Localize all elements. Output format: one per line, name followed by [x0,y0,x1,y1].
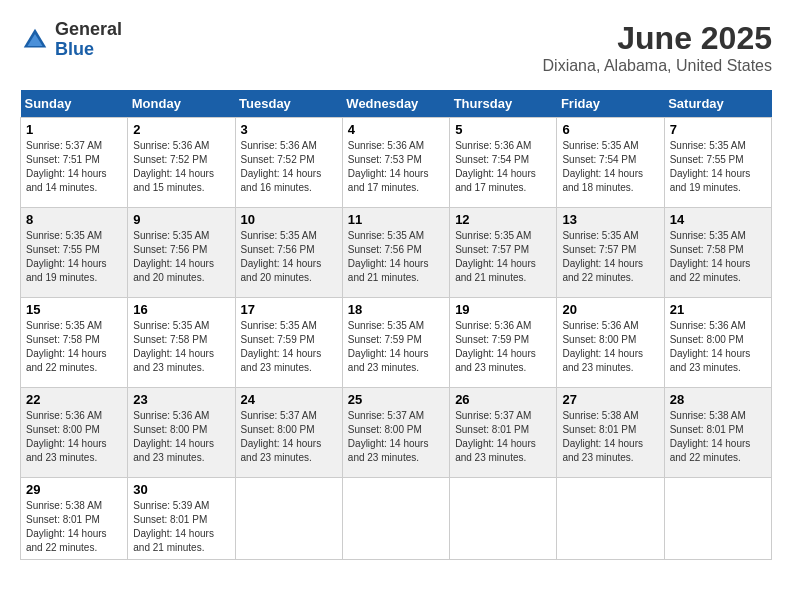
calendar-day-15: 15 Sunrise: 5:35 AM Sunset: 7:58 PM Dayl… [21,298,128,388]
calendar-day-18: 18 Sunrise: 5:35 AM Sunset: 7:59 PM Dayl… [342,298,449,388]
calendar-day-21: 21 Sunrise: 5:36 AM Sunset: 8:00 PM Dayl… [664,298,771,388]
day-info: Sunrise: 5:39 AM Sunset: 8:01 PM Dayligh… [133,500,214,553]
day-number: 14 [670,212,766,227]
calendar-day-2: 2 Sunrise: 5:36 AM Sunset: 7:52 PM Dayli… [128,118,235,208]
day-info: Sunrise: 5:35 AM Sunset: 7:55 PM Dayligh… [26,230,107,283]
day-number: 11 [348,212,444,227]
day-info: Sunrise: 5:35 AM Sunset: 7:59 PM Dayligh… [348,320,429,373]
header-friday: Friday [557,90,664,118]
day-info: Sunrise: 5:38 AM Sunset: 8:01 PM Dayligh… [670,410,751,463]
calendar-week-2: 8 Sunrise: 5:35 AM Sunset: 7:55 PM Dayli… [21,208,772,298]
day-number: 28 [670,392,766,407]
day-number: 20 [562,302,658,317]
calendar-day-25: 25 Sunrise: 5:37 AM Sunset: 8:00 PM Dayl… [342,388,449,478]
calendar-day-22: 22 Sunrise: 5:36 AM Sunset: 8:00 PM Dayl… [21,388,128,478]
calendar-day-7: 7 Sunrise: 5:35 AM Sunset: 7:55 PM Dayli… [664,118,771,208]
day-info: Sunrise: 5:35 AM Sunset: 7:56 PM Dayligh… [348,230,429,283]
calendar-day-8: 8 Sunrise: 5:35 AM Sunset: 7:55 PM Dayli… [21,208,128,298]
calendar-table: Sunday Monday Tuesday Wednesday Thursday… [20,90,772,560]
day-info: Sunrise: 5:36 AM Sunset: 8:00 PM Dayligh… [26,410,107,463]
day-info: Sunrise: 5:35 AM Sunset: 7:59 PM Dayligh… [241,320,322,373]
day-info: Sunrise: 5:37 AM Sunset: 8:01 PM Dayligh… [455,410,536,463]
day-info: Sunrise: 5:36 AM Sunset: 7:52 PM Dayligh… [241,140,322,193]
header-wednesday: Wednesday [342,90,449,118]
day-info: Sunrise: 5:36 AM Sunset: 7:54 PM Dayligh… [455,140,536,193]
calendar-day-9: 9 Sunrise: 5:35 AM Sunset: 7:56 PM Dayli… [128,208,235,298]
day-number: 7 [670,122,766,137]
day-number: 19 [455,302,551,317]
calendar-day-14: 14 Sunrise: 5:35 AM Sunset: 7:58 PM Dayl… [664,208,771,298]
calendar-day-19: 19 Sunrise: 5:36 AM Sunset: 7:59 PM Dayl… [450,298,557,388]
calendar-day-3: 3 Sunrise: 5:36 AM Sunset: 7:52 PM Dayli… [235,118,342,208]
day-number: 29 [26,482,122,497]
header-thursday: Thursday [450,90,557,118]
logo-icon [20,25,50,55]
day-number: 27 [562,392,658,407]
calendar-day-16: 16 Sunrise: 5:35 AM Sunset: 7:58 PM Dayl… [128,298,235,388]
day-number: 23 [133,392,229,407]
empty-cell [450,478,557,560]
day-number: 2 [133,122,229,137]
calendar-day-12: 12 Sunrise: 5:35 AM Sunset: 7:57 PM Dayl… [450,208,557,298]
day-info: Sunrise: 5:36 AM Sunset: 8:00 PM Dayligh… [670,320,751,373]
empty-cell [557,478,664,560]
logo: General Blue [20,20,122,60]
day-info: Sunrise: 5:37 AM Sunset: 7:51 PM Dayligh… [26,140,107,193]
calendar-day-26: 26 Sunrise: 5:37 AM Sunset: 8:01 PM Dayl… [450,388,557,478]
weekday-header-row: Sunday Monday Tuesday Wednesday Thursday… [21,90,772,118]
day-info: Sunrise: 5:35 AM Sunset: 7:58 PM Dayligh… [133,320,214,373]
calendar-day-23: 23 Sunrise: 5:36 AM Sunset: 8:00 PM Dayl… [128,388,235,478]
day-number: 25 [348,392,444,407]
day-info: Sunrise: 5:35 AM Sunset: 7:57 PM Dayligh… [455,230,536,283]
day-number: 15 [26,302,122,317]
empty-cell [342,478,449,560]
header-tuesday: Tuesday [235,90,342,118]
calendar-day-30: 30 Sunrise: 5:39 AM Sunset: 8:01 PM Dayl… [128,478,235,560]
logo-general: General [55,20,122,40]
calendar-day-29: 29 Sunrise: 5:38 AM Sunset: 8:01 PM Dayl… [21,478,128,560]
calendar-week-4: 22 Sunrise: 5:36 AM Sunset: 8:00 PM Dayl… [21,388,772,478]
day-info: Sunrise: 5:38 AM Sunset: 8:01 PM Dayligh… [26,500,107,553]
calendar-day-24: 24 Sunrise: 5:37 AM Sunset: 8:00 PM Dayl… [235,388,342,478]
calendar-day-6: 6 Sunrise: 5:35 AM Sunset: 7:54 PM Dayli… [557,118,664,208]
day-info: Sunrise: 5:37 AM Sunset: 8:00 PM Dayligh… [348,410,429,463]
day-info: Sunrise: 5:35 AM Sunset: 7:57 PM Dayligh… [562,230,643,283]
day-number: 22 [26,392,122,407]
calendar-day-5: 5 Sunrise: 5:36 AM Sunset: 7:54 PM Dayli… [450,118,557,208]
day-info: Sunrise: 5:36 AM Sunset: 7:52 PM Dayligh… [133,140,214,193]
day-number: 5 [455,122,551,137]
calendar-day-20: 20 Sunrise: 5:36 AM Sunset: 8:00 PM Dayl… [557,298,664,388]
logo-blue: Blue [55,40,122,60]
day-number: 8 [26,212,122,227]
day-number: 9 [133,212,229,227]
day-info: Sunrise: 5:35 AM Sunset: 7:58 PM Dayligh… [670,230,751,283]
empty-cell [664,478,771,560]
calendar-week-3: 15 Sunrise: 5:35 AM Sunset: 7:58 PM Dayl… [21,298,772,388]
month-title: June 2025 [543,20,772,57]
calendar-day-27: 27 Sunrise: 5:38 AM Sunset: 8:01 PM Dayl… [557,388,664,478]
day-info: Sunrise: 5:37 AM Sunset: 8:00 PM Dayligh… [241,410,322,463]
header-saturday: Saturday [664,90,771,118]
day-info: Sunrise: 5:35 AM Sunset: 7:56 PM Dayligh… [241,230,322,283]
day-info: Sunrise: 5:35 AM Sunset: 7:58 PM Dayligh… [26,320,107,373]
day-number: 21 [670,302,766,317]
calendar-day-11: 11 Sunrise: 5:35 AM Sunset: 7:56 PM Dayl… [342,208,449,298]
calendar-day-1: 1 Sunrise: 5:37 AM Sunset: 7:51 PM Dayli… [21,118,128,208]
day-number: 24 [241,392,337,407]
day-number: 12 [455,212,551,227]
header-sunday: Sunday [21,90,128,118]
calendar-day-4: 4 Sunrise: 5:36 AM Sunset: 7:53 PM Dayli… [342,118,449,208]
day-number: 17 [241,302,337,317]
day-info: Sunrise: 5:36 AM Sunset: 8:00 PM Dayligh… [133,410,214,463]
day-number: 18 [348,302,444,317]
day-info: Sunrise: 5:35 AM Sunset: 7:56 PM Dayligh… [133,230,214,283]
calendar-day-10: 10 Sunrise: 5:35 AM Sunset: 7:56 PM Dayl… [235,208,342,298]
title-section: June 2025 Dixiana, Alabama, United State… [543,20,772,75]
day-info: Sunrise: 5:36 AM Sunset: 7:59 PM Dayligh… [455,320,536,373]
day-number: 13 [562,212,658,227]
calendar-day-28: 28 Sunrise: 5:38 AM Sunset: 8:01 PM Dayl… [664,388,771,478]
logo-text: General Blue [55,20,122,60]
day-info: Sunrise: 5:35 AM Sunset: 7:55 PM Dayligh… [670,140,751,193]
header-monday: Monday [128,90,235,118]
day-info: Sunrise: 5:38 AM Sunset: 8:01 PM Dayligh… [562,410,643,463]
